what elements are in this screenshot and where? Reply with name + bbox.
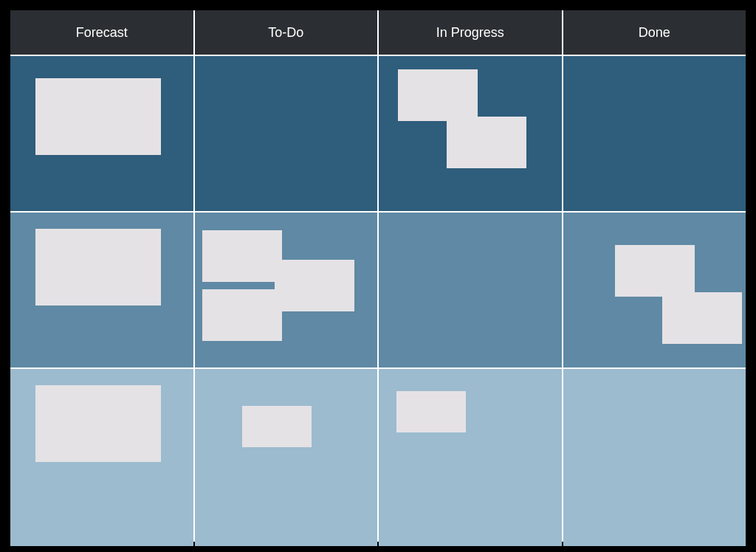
column-header-done: Done	[563, 10, 746, 55]
cell-r0-todo[interactable]	[195, 56, 378, 211]
cell-r0-in-progress[interactable]	[379, 56, 562, 211]
kanban-card[interactable]	[35, 385, 161, 462]
cell-r1-in-progress[interactable]	[379, 213, 562, 368]
cell-r1-todo[interactable]	[195, 213, 378, 368]
kanban-card[interactable]	[202, 289, 282, 341]
cell-r1-forecast[interactable]	[10, 213, 193, 368]
column-header-todo: To-Do	[195, 10, 378, 55]
kanban-card[interactable]	[202, 230, 282, 282]
kanban-card[interactable]	[275, 260, 354, 311]
cell-r1-done[interactable]	[563, 213, 746, 368]
column-header-in-progress: In Progress	[379, 10, 562, 55]
kanban-card[interactable]	[615, 245, 695, 297]
kanban-card[interactable]	[398, 69, 478, 121]
kanban-card[interactable]	[35, 229, 161, 306]
cell-r0-forecast[interactable]	[10, 56, 193, 211]
kanban-card[interactable]	[242, 406, 312, 447]
column-header-label: Forecast	[76, 25, 128, 41]
kanban-card[interactable]	[396, 391, 466, 432]
cell-r0-done[interactable]	[563, 56, 746, 211]
cell-r2-todo[interactable]	[195, 369, 378, 546]
column-header-forecast: Forecast	[10, 10, 193, 55]
kanban-board: Forecast To-Do In Progress Done	[10, 10, 746, 542]
cell-r2-forecast[interactable]	[10, 369, 193, 546]
column-header-label: In Progress	[436, 25, 504, 41]
kanban-card[interactable]	[662, 292, 742, 344]
column-header-label: To-Do	[268, 25, 303, 41]
cell-r2-done[interactable]	[563, 369, 746, 546]
cell-r2-in-progress[interactable]	[379, 369, 562, 546]
column-header-label: Done	[639, 25, 670, 41]
kanban-card[interactable]	[35, 78, 161, 155]
kanban-card[interactable]	[447, 117, 526, 168]
